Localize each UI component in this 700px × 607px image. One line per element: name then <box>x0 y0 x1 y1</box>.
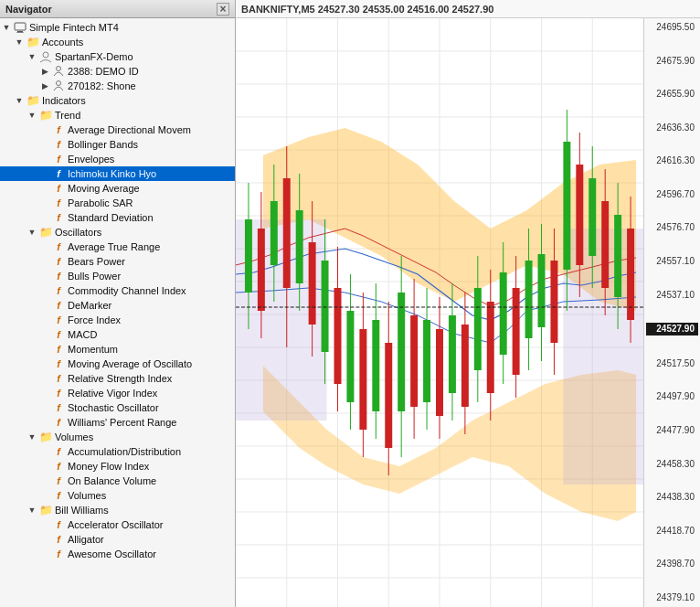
tree-item-adm[interactable]: fAverage Directional Movem <box>0 122 235 137</box>
tree-expand-demo2388[interactable]: ▶ <box>40 67 49 76</box>
tree-expand-indicators[interactable]: ▼ <box>15 96 24 105</box>
icon-indicator-env: f <box>51 153 66 165</box>
svg-rect-78 <box>513 288 520 375</box>
tree-label-mfi: Money Flow Index <box>68 461 149 472</box>
tree-item-accounts[interactable]: ▼📁Accounts <box>0 35 235 49</box>
tree-item-bullspower[interactable]: fBulls Power <box>0 269 235 283</box>
tree-item-trend[interactable]: ▼📁Trend <box>0 108 235 122</box>
tree-label-spartanfx: SpartanFX-Demo <box>55 51 133 62</box>
svg-rect-82 <box>538 254 546 327</box>
price-label: 24675.90 <box>646 56 698 67</box>
icon-indicator-bb: f <box>51 138 66 151</box>
icon-indicator-momentum: f <box>51 343 66 356</box>
tree-expand-trend[interactable]: ▼ <box>27 111 37 120</box>
chart-canvas-wrapper: 24695.5024675.9024655.9024636.3024616.30… <box>236 18 700 607</box>
tree-item-rsi[interactable]: fRelative Strength Index <box>0 371 235 386</box>
navigator-close-button[interactable]: × <box>217 3 229 16</box>
icon-indicator-accosc: f <box>51 518 66 531</box>
price-label: 24438.30 <box>646 492 698 503</box>
tree-item-mfi[interactable]: fMoney Flow Index <box>0 459 235 474</box>
svg-rect-58 <box>385 343 392 448</box>
svg-rect-38 <box>258 229 265 311</box>
tree-item-ma[interactable]: fMoving Average <box>0 181 235 196</box>
svg-rect-92 <box>601 201 609 288</box>
chart-symbol-info: BANKNIFTY,M5 24527.30 24535.00 24516.00 … <box>241 4 493 15</box>
tree-label-volumes2: Volumes <box>68 490 106 501</box>
tree-item-indicators[interactable]: ▼📁Indicators <box>0 93 235 108</box>
icon-folder-indicators: 📁 <box>26 94 40 107</box>
tree-item-bearspower[interactable]: fBears Power <box>0 254 235 269</box>
tree-label-adm: Average Directional Movem <box>68 124 191 135</box>
icon-indicator-alligator: f <box>51 533 66 546</box>
tree-item-psar[interactable]: fParabolic SAR <box>0 196 235 210</box>
chart-canvas[interactable] <box>236 18 643 607</box>
tree-expand-billwilliams[interactable]: ▼ <box>27 506 37 515</box>
navigator-tree: ▼Simple Fintech MT4▼📁Accounts▼SpartanFX-… <box>0 18 235 607</box>
chart-header: BANKNIFTY,M5 24527.30 24535.00 24516.00 … <box>236 0 700 18</box>
tree-label-env: Envelopes <box>68 154 114 165</box>
icon-indicator-volumes2: f <box>51 489 66 502</box>
tree-item-demo2388[interactable]: ▶2388: DEMO ID <box>0 64 235 79</box>
icon-indicator-psar: f <box>51 197 66 209</box>
tree-item-accdist[interactable]: fAccumulation/Distribution <box>0 444 235 459</box>
svg-rect-94 <box>614 215 621 297</box>
icon-indicator-mfi: f <box>51 460 66 473</box>
tree-item-obv[interactable]: fOn Balance Volume <box>0 474 235 488</box>
tree-label-demo270182: 270182: Shone <box>68 80 136 91</box>
tree-item-bb[interactable]: fBollinger Bands <box>0 137 235 152</box>
tree-label-demo2388: 2388: DEMO ID <box>68 66 139 77</box>
svg-point-4 <box>57 66 61 70</box>
tree-expand-demo270182[interactable]: ▶ <box>40 81 49 91</box>
tree-item-volumes[interactable]: ▼📁Volumes <box>0 430 235 444</box>
tree-label-oscillators: Oscillators <box>55 227 101 238</box>
tree-item-demo270182[interactable]: ▶270182: Shone <box>0 79 235 93</box>
icon-indicator-awesomeosc: f <box>51 548 66 560</box>
tree-item-alligator[interactable]: fAlligator <box>0 532 235 547</box>
tree-item-mt4-root[interactable]: ▼Simple Fintech MT4 <box>0 20 235 35</box>
tree-item-demarker[interactable]: fDeMarker <box>0 298 235 313</box>
svg-rect-70 <box>461 325 469 407</box>
svg-rect-64 <box>423 320 430 402</box>
tree-item-accosc[interactable]: fAccelerator Oscillator <box>0 517 235 532</box>
tree-label-accdist: Accumulation/Distribution <box>68 446 181 457</box>
chart-svg <box>236 18 643 607</box>
tree-item-cci[interactable]: fCommodity Channel Index <box>0 283 235 298</box>
tree-label-indicators: Indicators <box>42 95 86 106</box>
tree-expand-oscillators[interactable]: ▼ <box>27 228 37 237</box>
svg-rect-0 <box>15 23 26 30</box>
tree-item-rvi[interactable]: fRelative Vigor Index <box>0 386 235 400</box>
chart-area: BANKNIFTY,M5 24527.30 24535.00 24516.00 … <box>236 0 700 607</box>
tree-item-oscillators[interactable]: ▼📁Oscillators <box>0 225 235 240</box>
svg-rect-48 <box>322 261 329 352</box>
tree-item-billwilliams[interactable]: ▼📁Bill Williams <box>0 503 235 517</box>
tree-item-forceindex[interactable]: fForce Index <box>0 313 235 327</box>
tree-expand-mt4-root[interactable]: ▼ <box>2 23 11 32</box>
icon-indicator-bearspower: f <box>51 255 66 268</box>
svg-rect-84 <box>550 261 557 343</box>
svg-rect-72 <box>474 288 482 370</box>
tree-label-accounts: Accounts <box>42 37 83 48</box>
tree-item-stocosc[interactable]: fStochastic Oscillator <box>0 400 235 415</box>
tree-label-obv: On Balance Volume <box>68 475 156 486</box>
svg-rect-52 <box>346 311 354 402</box>
price-label: 24497.90 <box>646 391 698 402</box>
tree-item-stddev[interactable]: fStandard Deviation <box>0 210 235 225</box>
tree-expand-accounts[interactable]: ▼ <box>15 37 24 47</box>
price-label: 24418.70 <box>646 526 698 537</box>
tree-item-ichimoku[interactable]: fIchimoku Kinko Hyo <box>0 166 235 181</box>
tree-item-awesomeosc[interactable]: fAwesome Oscillator <box>0 547 235 561</box>
tree-expand-spartanfx[interactable]: ▼ <box>27 52 37 61</box>
tree-item-env[interactable]: fEnvelopes <box>0 152 235 166</box>
tree-expand-volumes[interactable]: ▼ <box>27 432 37 442</box>
tree-item-atr[interactable]: fAverage True Range <box>0 240 235 254</box>
tree-item-macd[interactable]: fMACD <box>0 327 235 342</box>
tree-item-spartanfx[interactable]: ▼SpartanFX-Demo <box>0 49 235 64</box>
tree-item-movavgosc[interactable]: fMoving Average of Oscillato <box>0 357 235 371</box>
svg-rect-86 <box>563 142 570 270</box>
tree-item-wpr[interactable]: fWilliams' Percent Range <box>0 415 235 430</box>
svg-rect-88 <box>576 165 583 265</box>
tree-item-momentum[interactable]: fMomentum <box>0 342 235 357</box>
tree-label-bb: Bollinger Bands <box>68 139 138 150</box>
tree-label-macd: MACD <box>68 329 97 340</box>
tree-item-volumes2[interactable]: fVolumes <box>0 488 235 503</box>
